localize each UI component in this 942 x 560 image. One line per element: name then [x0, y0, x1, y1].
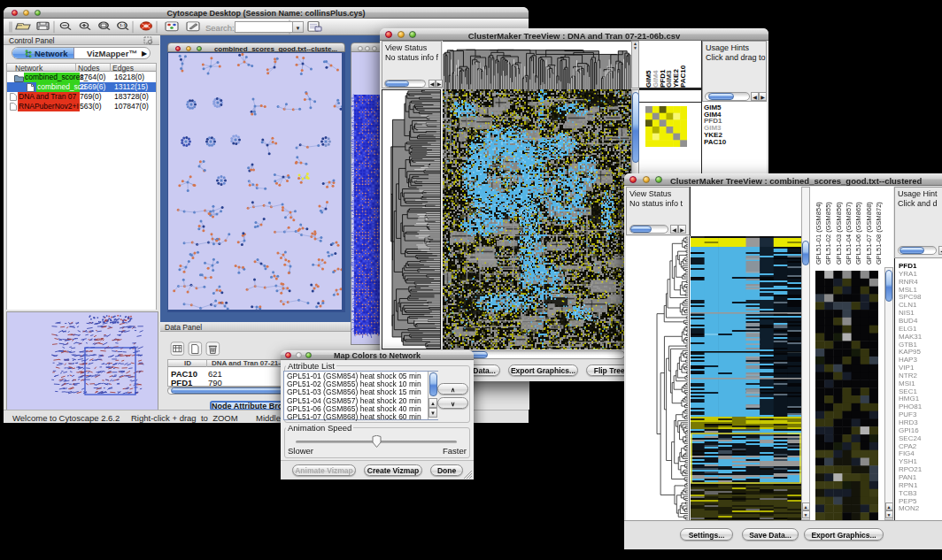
svg-text:1:1: 1:1: [120, 24, 127, 27]
